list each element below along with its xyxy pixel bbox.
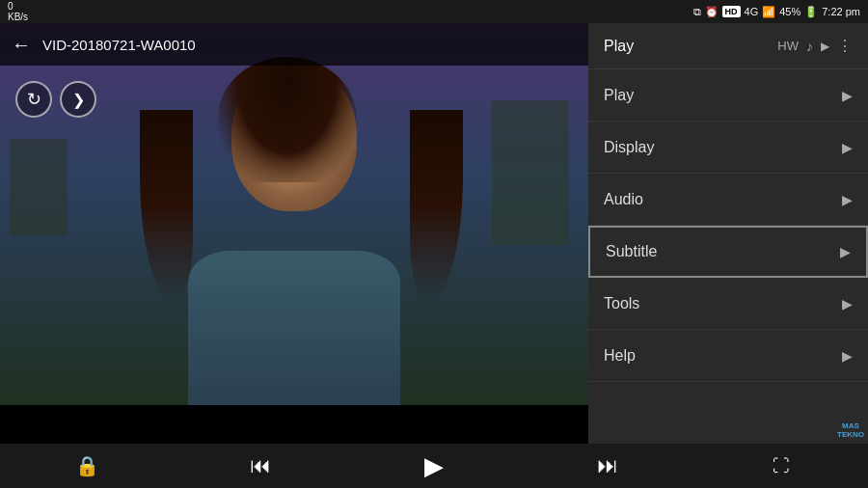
music-icon: ♪ (806, 39, 813, 54)
video-title: VID-20180721-WA0010 (42, 37, 196, 53)
prev-button[interactable]: ⏮ (239, 445, 282, 487)
menu-item-display-arrow: ▶ (842, 140, 853, 155)
more-icon[interactable]: ⋮ (837, 37, 853, 55)
play-icon-bottom: ▶ (424, 451, 444, 481)
menu-item-play-arrow: ▶ (842, 88, 853, 103)
speed-indicator: 0 KB/s (8, 1, 28, 22)
menu-item-help[interactable]: Help ▶ (588, 330, 868, 382)
rotate-icon: ↺ (27, 89, 41, 110)
menu-item-subtitle-arrow: ▶ (840, 244, 851, 259)
time-display: 7:22 pm (822, 6, 860, 17)
menu-header-icons: HW ♪ ▶ ⋮ (777, 37, 853, 55)
menu-item-audio-arrow: ▶ (842, 192, 853, 207)
menu-item-help-arrow: ▶ (842, 348, 853, 364)
right-panel: Play HW ♪ ▶ ⋮ Play ▶ Display ▶ Audio ▶ S… (588, 23, 868, 467)
video-controls-overlay: ↺ ❯ (0, 23, 588, 405)
watermark-line2: TEKNO (837, 431, 864, 440)
lock-button[interactable]: 🔒 (66, 445, 108, 487)
hd-badge: HD (722, 6, 741, 17)
lock-icon: 🔒 (75, 454, 99, 477)
play-icon: ▶ (821, 40, 829, 53)
menu-item-tools[interactable]: Tools ▶ (588, 278, 868, 330)
menu-header: Play HW ♪ ▶ ⋮ (588, 23, 868, 69)
watermark: MAS TEKNO (837, 422, 864, 440)
menu-item-tools-arrow: ▶ (842, 296, 853, 312)
alarm-icon: ⏰ (705, 6, 719, 18)
menu-item-play[interactable]: Play ▶ (588, 69, 868, 122)
speed-unit: KB/s (8, 12, 28, 22)
next-icon: ❯ (72, 91, 85, 109)
menu-item-audio[interactable]: Audio ▶ (588, 174, 868, 226)
status-icons: ⧉ ⏰ HD 4G 📶 45% 🔋 7:22 pm (693, 6, 860, 18)
hw-label: HW (777, 39, 799, 53)
battery-percent: 45% (779, 6, 800, 17)
menu-item-play-label: Play (604, 87, 634, 104)
fullscreen-icon: ⛶ (773, 456, 790, 476)
back-button[interactable]: ← (12, 34, 31, 56)
4g-label: 4G (745, 6, 759, 17)
menu-header-title: Play (604, 38, 634, 55)
menu-item-subtitle-label: Subtitle (606, 243, 657, 260)
prev-icon: ⏮ (250, 453, 271, 478)
copy-icon: ⧉ (693, 6, 701, 18)
battery-icon: 🔋 (804, 6, 818, 18)
header-bar: ← VID-20180721-WA0010 (0, 23, 588, 66)
status-bar: 0 KB/s ⧉ ⏰ HD 4G 📶 45% 🔋 7:22 pm (0, 0, 868, 23)
menu-item-audio-label: Audio (604, 191, 643, 208)
menu-item-tools-label: Tools (604, 295, 639, 312)
speed-value: 0 (8, 1, 28, 12)
fullscreen-button[interactable]: ⛶ (760, 445, 802, 487)
menu-item-display[interactable]: Display ▶ (588, 122, 868, 174)
next-button[interactable]: ⏭ (586, 445, 629, 487)
menu-item-display-label: Display (604, 139, 654, 156)
rotate-button[interactable]: ↺ (15, 81, 52, 118)
bottom-bar: 🔒 ⏮ ▶ ⏭ ⛶ MAS TEKNO (0, 444, 868, 488)
signal-icon: 📶 (762, 6, 775, 18)
next-chapter-button[interactable]: ❯ (60, 81, 96, 118)
next-track-icon: ⏭ (597, 453, 618, 478)
play-pause-button[interactable]: ▶ (413, 445, 455, 487)
menu-item-subtitle[interactable]: Subtitle ▶ (588, 226, 868, 278)
menu-item-help-label: Help (604, 347, 636, 365)
